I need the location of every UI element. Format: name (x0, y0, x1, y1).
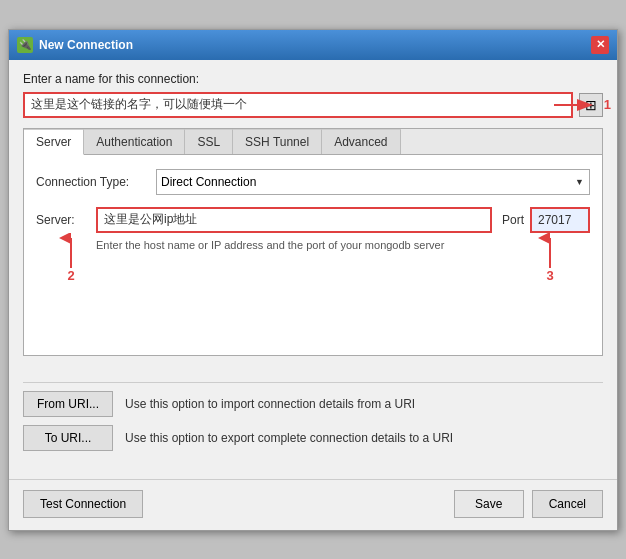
connection-type-row: Connection Type: Direct Connection Repli… (36, 169, 590, 195)
arrow-3-svg (520, 233, 580, 273)
uri-section: From URI... Use this option to import co… (23, 366, 603, 467)
server-hint: Enter the host name or IP address and th… (96, 239, 590, 251)
annotation-2-container: 2 (36, 233, 106, 283)
server-port-row: Server: Port (36, 207, 590, 233)
port-label: Port (502, 213, 524, 227)
to-uri-description: Use this option to export complete conne… (125, 431, 453, 445)
connection-type-select[interactable]: Direct Connection Replica Set Sharded Cl… (156, 169, 590, 195)
arrow-2-svg (36, 233, 106, 273)
save-button[interactable]: Save (454, 490, 524, 518)
port-input[interactable] (530, 207, 590, 233)
name-input-row: ⊞ (23, 92, 603, 118)
bottom-bar: Test Connection Save Cancel (9, 479, 617, 530)
connection-type-label: Connection Type: (36, 175, 156, 189)
divider-1 (23, 382, 603, 383)
name-label: Enter a name for this connection: (23, 72, 603, 86)
from-uri-button[interactable]: From URI... (23, 391, 113, 417)
tab-advanced[interactable]: Advanced (322, 129, 400, 154)
cancel-button[interactable]: Cancel (532, 490, 603, 518)
tab-ssh-tunnel[interactable]: SSH Tunnel (233, 129, 322, 154)
dialog-body: Enter a name for this connection: ⊞ 1 (9, 60, 617, 479)
server-port-section: Server: Port (36, 207, 590, 233)
connection-type-wrapper: Direct Connection Replica Set Sharded Cl… (156, 169, 590, 195)
from-uri-description: Use this option to import connection det… (125, 397, 415, 411)
from-uri-row: From URI... Use this option to import co… (23, 391, 603, 417)
to-uri-row: To URI... Use this option to export comp… (23, 425, 603, 451)
server-tab-content: Connection Type: Direct Connection Repli… (24, 155, 602, 355)
tab-ssl[interactable]: SSL (185, 129, 233, 154)
server-label: Server: (36, 213, 96, 227)
annotation-1-label: 1 (604, 97, 611, 112)
title-bar-left: 🔌 New Connection (17, 37, 133, 53)
tab-authentication[interactable]: Authentication (84, 129, 185, 154)
close-button[interactable]: ✕ (591, 36, 609, 54)
bottom-right-buttons: Save Cancel (454, 490, 603, 518)
arrow-1-svg (554, 94, 604, 116)
dialog-title: New Connection (39, 38, 133, 52)
tab-server[interactable]: Server (24, 129, 84, 155)
dialog-icon: 🔌 (17, 37, 33, 53)
tabs-container: Server Authentication SSL SSH Tunnel Adv… (23, 128, 603, 356)
to-uri-button[interactable]: To URI... (23, 425, 113, 451)
test-connection-button[interactable]: Test Connection (23, 490, 143, 518)
tabs-header: Server Authentication SSL SSH Tunnel Adv… (24, 129, 602, 155)
new-connection-dialog: 🔌 New Connection ✕ Enter a name for this… (8, 29, 618, 531)
annotation-1-container: 1 (554, 94, 611, 116)
server-input[interactable] (96, 207, 492, 233)
annotation-3-container: 3 (520, 233, 580, 283)
connection-name-input[interactable] (23, 92, 573, 118)
title-bar: 🔌 New Connection ✕ (9, 30, 617, 60)
